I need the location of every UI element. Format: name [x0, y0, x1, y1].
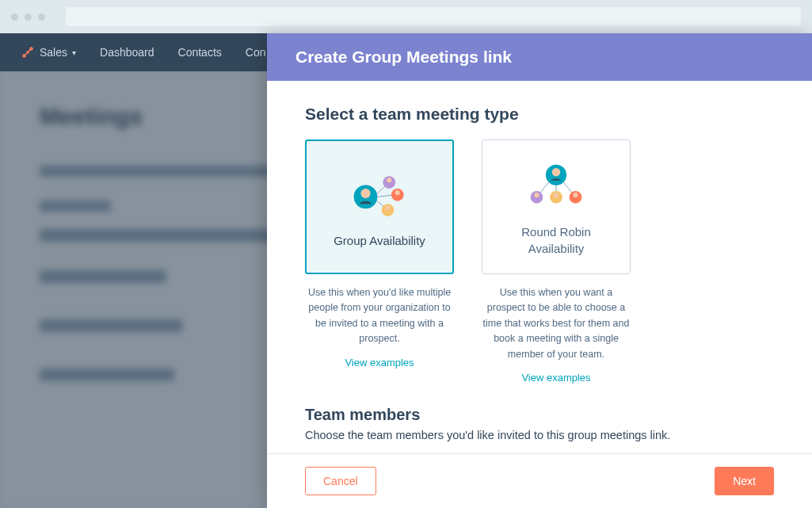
svg-line-3 — [25, 49, 31, 55]
brand-menu[interactable]: Sales ▾ — [21, 45, 76, 59]
round-robin-icon — [520, 157, 592, 212]
hubspot-logo-icon — [21, 45, 35, 59]
address-bar[interactable] — [66, 7, 801, 26]
type-desc: Use this when you'd like multiple people… — [305, 285, 454, 347]
window-close-dot — [11, 13, 18, 21]
type-card-group-availability[interactable]: Group Availability — [305, 139, 454, 274]
next-button[interactable]: Next — [715, 467, 774, 495]
team-members-title: Team members — [305, 406, 774, 424]
view-examples-link[interactable]: View examples — [345, 357, 414, 369]
type-label: Group Availability — [315, 232, 444, 249]
chevron-down-icon: ▾ — [72, 48, 76, 57]
nav-dashboard[interactable]: Dashboard — [100, 46, 154, 59]
slide-panel: Create Group Meetings link Select a team… — [267, 33, 812, 508]
team-members-sub: Choose the team members you'd like invit… — [305, 429, 774, 441]
section-title: Select a team meeting type — [305, 105, 774, 124]
svg-point-25 — [573, 193, 578, 197]
svg-point-16 — [552, 168, 561, 177]
view-examples-link[interactable]: View examples — [521, 372, 590, 384]
type-desc: Use this when you want a prospect to be … — [482, 285, 631, 362]
svg-point-23 — [554, 193, 558, 197]
panel-body: Select a team meeting type G — [267, 81, 812, 453]
svg-point-14 — [385, 205, 390, 210]
svg-point-10 — [387, 178, 391, 182]
nav-truncated[interactable]: Con — [246, 46, 266, 59]
cancel-button[interactable]: Cancel — [305, 467, 376, 495]
svg-point-12 — [395, 190, 400, 195]
type-option-round-robin: Round Robin Availability Use this when y… — [482, 139, 631, 384]
svg-point-21 — [534, 193, 539, 197]
type-option-group: Group Availability Use this when you'd l… — [305, 139, 454, 384]
type-card-round-robin[interactable]: Round Robin Availability — [482, 139, 631, 274]
group-availability-icon — [344, 166, 415, 221]
panel-header: Create Group Meetings link — [267, 33, 812, 81]
window-max-dot — [38, 13, 45, 21]
nav-contacts[interactable]: Contacts — [178, 46, 222, 59]
panel-footer: Cancel Next — [267, 453, 812, 508]
window-min-dot — [25, 13, 32, 21]
meeting-type-options: Group Availability Use this when you'd l… — [305, 139, 774, 384]
svg-point-5 — [360, 188, 370, 197]
brand-label: Sales — [40, 46, 67, 59]
type-label: Round Robin Availability — [482, 223, 630, 257]
browser-chrome — [0, 0, 812, 33]
